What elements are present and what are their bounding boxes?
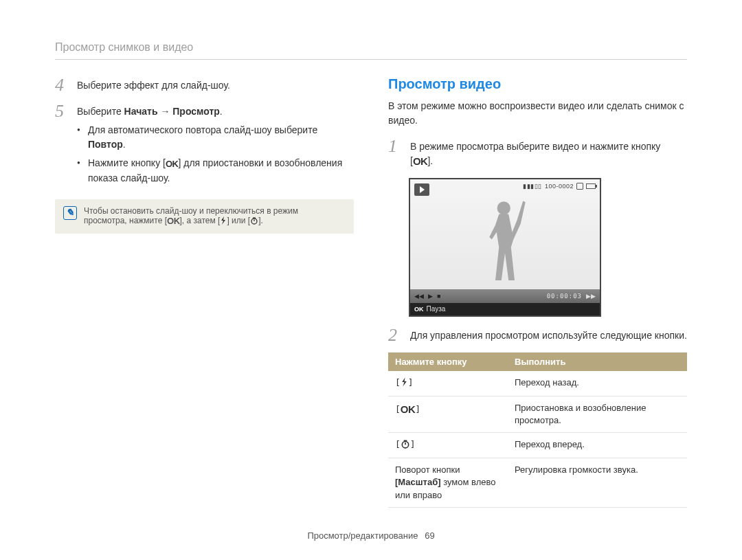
pause-label: Пауза (427, 305, 446, 313)
step-body: Выберите эффект для слайд-шоу. (77, 76, 354, 94)
controls-table: Нажмите кнопку Выполнить [] Переход наза… (388, 352, 687, 508)
page-footer: Просмотр/редактирование 69 (0, 530, 742, 541)
table-header-button: Нажмите кнопку (388, 352, 508, 371)
step-body: В режиме просмотра выберите видео и нажм… (410, 137, 687, 170)
button-cell: [] (388, 433, 508, 458)
note-line2a: просмотра, нажмите [ (84, 216, 167, 225)
step5-bold: Начать → Просмотр (124, 106, 220, 117)
step-1: 1 В режиме просмотра выберите видео и на… (388, 137, 687, 170)
table-row: Поворот кнопки [Масштаб] зумом влево или… (388, 458, 687, 508)
table-row: [] Переход назад. (388, 371, 687, 396)
preview-screen: ▮▮▮▯▯ 100-0002 (410, 179, 600, 289)
table-row: [OK] Приостановка и возобновление просмо… (388, 396, 687, 432)
button-cell: Поворот кнопки [Масштаб] зумом влево или… (388, 458, 508, 508)
note-line2b: ], а затем [ (180, 216, 221, 225)
bullet-bold: Повтор (88, 139, 123, 150)
action-cell: Переход назад. (508, 371, 687, 396)
fast-forward-icon: ▶▶ (586, 293, 596, 300)
step1-text-a: В режиме просмотра выберите видео и нажм… (410, 141, 660, 152)
button-cell: [OK] (388, 396, 508, 432)
note-line1: Чтобы остановить слайд-шоу и переключить… (84, 206, 298, 216)
rewind-icon: ◀◀ (414, 293, 424, 300)
action-cell: Регулировка громкости звука. (508, 458, 687, 508)
right-column: Просмотр видео В этом режиме можно воспр… (388, 76, 687, 508)
page-number: 69 (425, 530, 434, 541)
stop-icon: ■ (437, 293, 440, 300)
bullet-text-a: Нажмите кнопку [ (88, 157, 166, 168)
note-line2d: ]. (258, 216, 263, 225)
step5-bullets: Для автоматического повтора слайд-шоу вы… (77, 123, 354, 186)
header-title: Просмотр снимков и видео (55, 41, 193, 53)
step-number: 4 (55, 76, 69, 94)
step-2: 2 Для управления просмотром используйте … (388, 326, 687, 344)
zoom-bold: [Масштаб] (395, 477, 441, 487)
note-box: ✎ Чтобы остановить слайд-шоу и переключи… (55, 199, 354, 234)
bullet-text-a: Для автоматического повтора слайд-шоу вы… (88, 124, 317, 135)
footer-section: Просмотр/редактирование (307, 530, 418, 541)
action-cell: Приостановка и возобновление просмотра. (508, 396, 687, 432)
file-number: 100-0002 (545, 183, 574, 190)
svg-point-3 (497, 201, 510, 214)
flash-icon (401, 377, 408, 390)
flash-icon (220, 216, 227, 227)
video-preview: ▮▮▮▯▯ 100-0002 ◀◀ ▶ ■ 00:00:03 ▶▶ (409, 178, 601, 317)
bullet-text-b: . (123, 139, 126, 150)
note-icon: ✎ (63, 206, 77, 220)
zoom-text1: Поворот кнопки (395, 464, 460, 475)
step1-text-c: ]. (427, 155, 433, 166)
intro-text: В этом режиме можно воспроизвести видео … (388, 99, 687, 128)
step-body: Выберите Начать → Просмотр. Для автомати… (77, 102, 354, 190)
person-silhouette (481, 193, 529, 289)
time-display: 00:00:03 (547, 293, 582, 300)
columns: 4 Выберите эффект для слайд-шоу. 5 Выбер… (55, 76, 687, 508)
signal-icon: ▮▮▮▯▯ (523, 183, 542, 190)
step-number: 5 (55, 102, 69, 190)
table-header-action: Выполнить (508, 352, 687, 371)
bullet-item: Для автоматического повтора слайд-шоу вы… (77, 123, 354, 152)
left-column: 4 Выберите эффект для слайд-шоу. 5 Выбер… (55, 76, 354, 508)
preview-controls: ◀◀ ▶ ■ 00:00:03 ▶▶ (410, 289, 600, 303)
table-row: [] Переход вперед. (388, 433, 687, 458)
step-number: 1 (388, 137, 402, 170)
play-mode-icon (414, 183, 429, 196)
battery-icon (586, 183, 596, 189)
action-cell: Переход вперед. (508, 433, 687, 458)
timer-icon (401, 439, 410, 452)
step5-prefix: Выберите (77, 106, 124, 117)
play-icon: ▶ (428, 293, 433, 300)
step-body: Для управления просмотром используйте сл… (410, 326, 687, 344)
ok-button-label: OK (167, 216, 180, 226)
note-text: Чтобы остановить слайд-шоу и переключить… (84, 206, 298, 227)
step5-suffix: . (220, 106, 223, 117)
ok-button-label: OK (413, 154, 428, 170)
ok-button-label: OK (166, 157, 179, 171)
page-header: Просмотр снимков и видео (55, 41, 687, 60)
card-icon (576, 183, 583, 190)
section-title: Просмотр видео (388, 76, 687, 92)
timer-icon (250, 216, 258, 227)
ok-label: OK (414, 306, 424, 313)
ok-button-label: OK (401, 402, 416, 416)
preview-top-right: ▮▮▮▯▯ 100-0002 (523, 183, 596, 190)
note-line2c: ] или [ (227, 216, 250, 225)
step-5: 5 Выберите Начать → Просмотр. Для автома… (55, 102, 354, 190)
button-cell: [] (388, 371, 508, 396)
step-4: 4 Выберите эффект для слайд-шоу. (55, 76, 354, 94)
bullet-item: Нажмите кнопку [OK] для приостановки и в… (77, 156, 354, 186)
preview-footer: OK Пауза (410, 303, 600, 315)
step-number: 2 (388, 326, 402, 344)
